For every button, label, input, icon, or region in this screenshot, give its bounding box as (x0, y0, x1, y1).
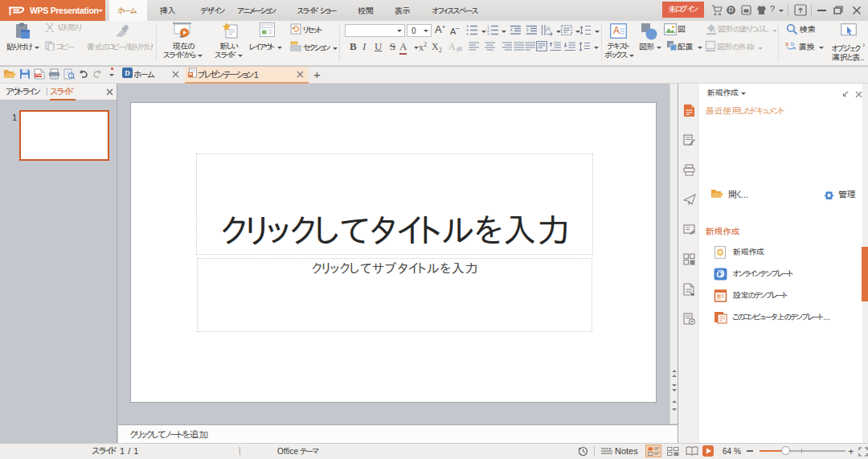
svg-text:a: a (785, 41, 788, 47)
svg-text:PDF: PDF (35, 73, 43, 77)
svg-text:D: D (125, 69, 130, 77)
svg-text:b: b (791, 41, 794, 47)
svg-text:D: D (728, 6, 733, 14)
svg-text:3: 3 (487, 32, 489, 36)
svg-text:A: A (546, 25, 551, 33)
svg-text:A: A (613, 25, 620, 36)
